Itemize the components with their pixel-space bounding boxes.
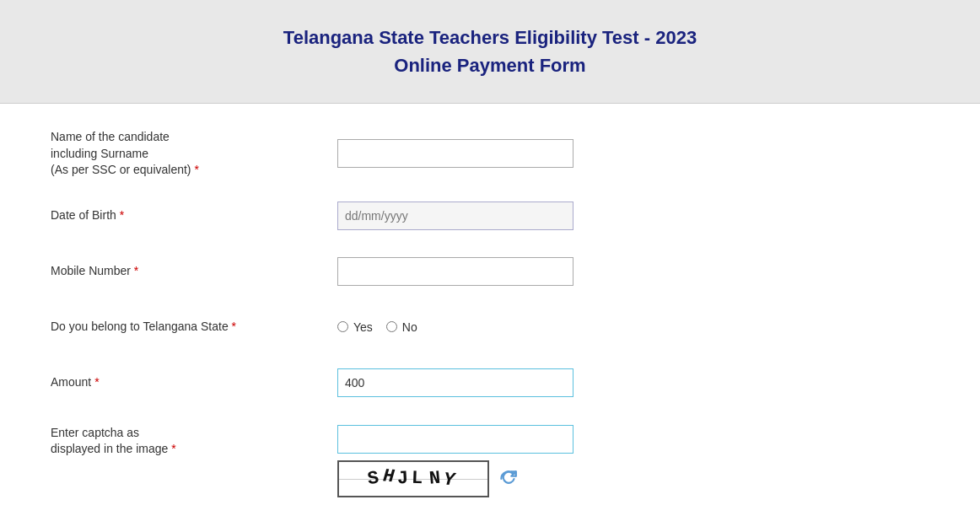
name-input[interactable] (337, 139, 573, 168)
dob-field-row: Date of Birth * (51, 197, 929, 234)
amount-input[interactable] (337, 368, 573, 397)
dob-label: Date of Birth * (51, 207, 337, 224)
captcha-field-row: Enter captcha as displayed in the image … (51, 420, 929, 497)
form-container: Name of the candidate including Surname … (0, 104, 980, 532)
amount-field-row: Amount * (51, 364, 929, 401)
yes-label[interactable]: Yes (353, 320, 373, 334)
amount-label: Amount * (51, 374, 337, 391)
captcha-image: SHJ L NY (337, 460, 489, 497)
name-field-row: Name of the candidate including Surname … (51, 129, 929, 179)
yes-radio[interactable] (337, 321, 348, 332)
dob-input[interactable] (337, 202, 573, 230)
no-label[interactable]: No (402, 320, 417, 334)
mobile-input[interactable] (337, 257, 573, 286)
no-radio[interactable] (386, 321, 397, 332)
captcha-input[interactable] (337, 425, 573, 454)
mobile-field-row: Mobile Number * (51, 253, 929, 290)
refresh-icon[interactable] (496, 466, 521, 492)
header-line1: Telangana State Teachers Eligibility Tes… (17, 24, 963, 51)
telangana-label: Do you belong to Telangana State * (51, 319, 337, 336)
header-line2: Online Payment Form (17, 51, 963, 79)
captcha-section: SHJ L NY (337, 425, 573, 497)
mobile-label: Mobile Number * (51, 263, 337, 280)
header-title: Telangana State Teachers Eligibility Tes… (17, 24, 963, 79)
name-label: Name of the candidate including Surname … (51, 129, 337, 179)
telangana-field-row: Do you belong to Telangana State * Yes N… (51, 309, 929, 346)
captcha-label: Enter captcha as displayed in the image … (51, 425, 337, 458)
telangana-radio-group: Yes No (337, 320, 426, 334)
page-wrapper: Telangana State Teachers Eligibility Tes… (0, 0, 980, 532)
page-header: Telangana State Teachers Eligibility Tes… (0, 0, 980, 104)
captcha-image-row: SHJ L NY (337, 460, 573, 497)
